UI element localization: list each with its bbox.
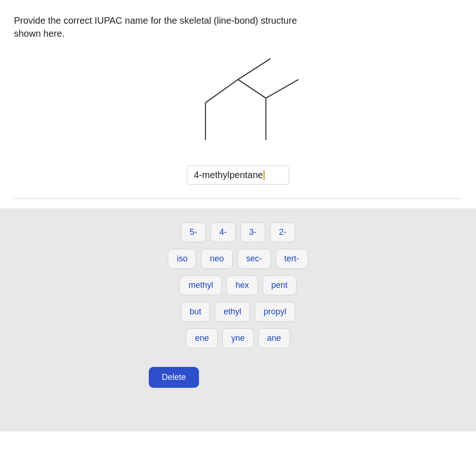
btn-pent[interactable]: pent	[263, 275, 297, 295]
btn-5[interactable]: 5-	[181, 222, 206, 242]
btn-4[interactable]: 4-	[211, 222, 236, 242]
btn-but[interactable]: but	[181, 302, 210, 322]
button-row-3: methyl hex pent	[179, 275, 296, 295]
btn-sec[interactable]: sec-	[238, 249, 271, 269]
svg-line-3	[238, 80, 266, 98]
delete-row: Delete	[14, 358, 462, 388]
btn-methyl[interactable]: methyl	[179, 275, 222, 295]
svg-line-2	[238, 59, 271, 80]
btn-yne[interactable]: yne	[222, 328, 253, 348]
btn-2[interactable]: 2-	[270, 222, 295, 242]
btn-tert[interactable]: tert-	[276, 249, 308, 269]
btn-ene[interactable]: ene	[186, 328, 218, 348]
button-row-5: ene yne ane	[186, 328, 290, 348]
btn-ane[interactable]: ane	[258, 328, 290, 348]
svg-line-4	[266, 80, 298, 98]
word-buttons: 5- 4- 3- 2- iso neo sec- tert- methyl he…	[168, 222, 308, 348]
answer-text: 4-methylpentane	[194, 170, 263, 180]
button-row-2: iso neo sec- tert-	[168, 249, 308, 269]
button-row-1: 5- 4- 3- 2-	[181, 222, 295, 242]
svg-line-1	[205, 80, 238, 103]
answer-container: 4-methylpentane	[14, 166, 462, 199]
answer-input[interactable]: 4-methylpentane	[187, 166, 289, 185]
text-cursor	[264, 170, 264, 180]
button-row-4: but ethyl propyl	[181, 302, 295, 322]
btn-3[interactable]: 3-	[240, 222, 265, 242]
btn-neo[interactable]: neo	[201, 249, 232, 269]
keyboard-section: 5- 4- 3- 2- iso neo sec- tert- methyl he…	[0, 208, 476, 432]
btn-hex[interactable]: hex	[226, 275, 258, 295]
btn-iso[interactable]: iso	[168, 249, 196, 269]
question-text: Provide the correct IUPAC name for the s…	[14, 14, 462, 40]
molecular-structure	[14, 49, 462, 152]
btn-propyl[interactable]: propyl	[255, 302, 295, 322]
delete-button[interactable]: Delete	[149, 367, 199, 388]
btn-ethyl[interactable]: ethyl	[215, 302, 250, 322]
